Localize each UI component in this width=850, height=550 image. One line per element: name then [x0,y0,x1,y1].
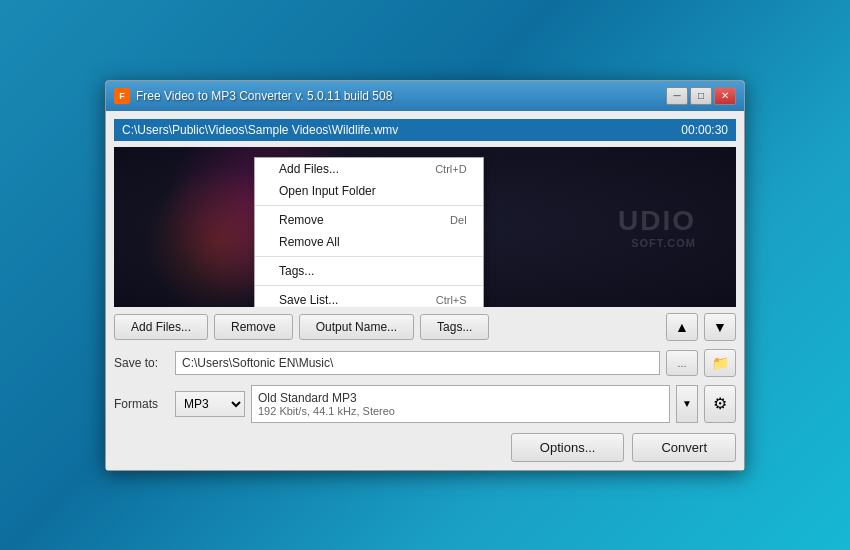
format-dropdown-button[interactable]: ▼ [676,385,698,423]
browse-button[interactable]: ... [666,350,698,376]
options-button[interactable]: Options... [511,433,625,462]
menu-tags[interactable]: Tags... [255,260,483,282]
file-path: C:\Users\Public\Videos\Sample Videos\Wil… [122,123,398,137]
format-detail-line1: Old Standard MP3 [258,391,663,405]
formats-row: Formats MP3 Old Standard MP3 192 Kbit/s,… [114,385,736,423]
menu-add-files[interactable]: Add Files... Ctrl+D [255,158,483,180]
main-window: F Free Video to MP3 Converter v. 5.0.11 … [105,80,745,471]
folder-icon: 📁 [712,355,729,371]
formats-label: Formats [114,397,169,411]
format-select[interactable]: MP3 [175,391,245,417]
move-up-button[interactable]: ▲ [666,313,698,341]
move-down-button[interactable]: ▼ [704,313,736,341]
toolbar: Add Files... Remove Output Name... Tags.… [114,313,736,341]
menu-remove[interactable]: Remove Del [255,209,483,231]
settings-icon: ⚙ [713,394,727,413]
context-menu-overlay: Add Files... Ctrl+D Open Input Folder Re… [114,147,736,307]
convert-button[interactable]: Convert [632,433,736,462]
up-arrow-icon: ▲ [675,319,689,335]
menu-separator-3 [255,285,483,286]
menu-save-list[interactable]: Save List... Ctrl+S [255,289,483,307]
open-folder-button[interactable]: 📁 [704,349,736,377]
file-bar: C:\Users\Public\Videos\Sample Videos\Wil… [114,119,736,141]
maximize-button[interactable]: □ [690,87,712,105]
menu-separator-1 [255,205,483,206]
format-settings-button[interactable]: ⚙ [704,385,736,423]
context-menu: Add Files... Ctrl+D Open Input Folder Re… [254,157,484,307]
app-icon: F [114,88,130,104]
minimize-button[interactable]: ─ [666,87,688,105]
window-body: C:\Users\Public\Videos\Sample Videos\Wil… [106,111,744,470]
format-detail: Old Standard MP3 192 Kbit/s, 44.1 kHz, S… [251,385,670,423]
format-detail-line2: 192 Kbit/s, 44.1 kHz, Stereo [258,405,663,417]
output-name-button[interactable]: Output Name... [299,314,414,340]
file-duration: 00:00:30 [681,123,728,137]
video-preview: UDIO SOFT.COM Add Files... Ctrl+D Open I… [114,147,736,307]
tags-button[interactable]: Tags... [420,314,489,340]
close-button[interactable]: ✕ [714,87,736,105]
window-title: Free Video to MP3 Converter v. 5.0.11 bu… [136,89,666,103]
remove-button[interactable]: Remove [214,314,293,340]
menu-open-input-folder[interactable]: Open Input Folder [255,180,483,202]
title-bar: F Free Video to MP3 Converter v. 5.0.11 … [106,81,744,111]
menu-separator-2 [255,256,483,257]
save-path-input[interactable] [175,351,660,375]
menu-remove-all[interactable]: Remove All [255,231,483,253]
add-files-button[interactable]: Add Files... [114,314,208,340]
save-to-label: Save to: [114,356,169,370]
save-to-row: Save to: ... 📁 [114,349,736,377]
dropdown-arrow-icon: ▼ [682,398,692,409]
bottom-row: Options... Convert [114,433,736,462]
down-arrow-icon: ▼ [713,319,727,335]
window-controls: ─ □ ✕ [666,87,736,105]
